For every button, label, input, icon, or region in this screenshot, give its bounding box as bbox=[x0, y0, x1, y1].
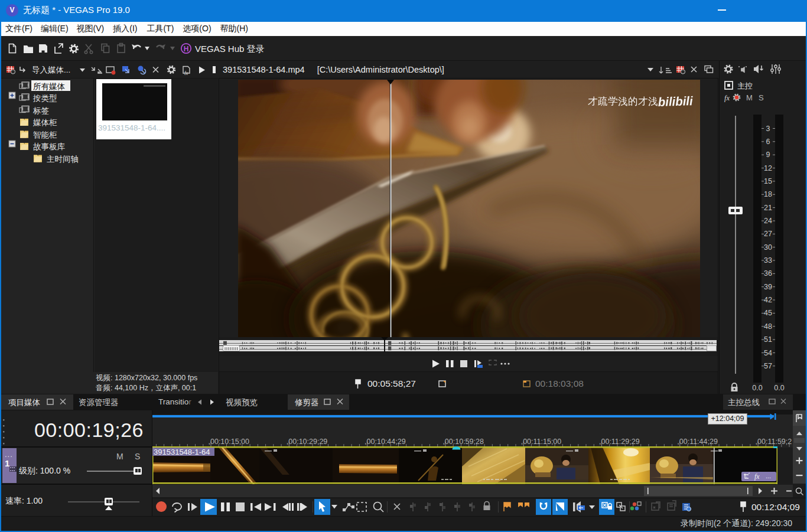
svg-text:,00:11:44;29: ,00:11:44;29 bbox=[677, 438, 718, 446]
svg-text:,00:10:44;29: ,00:10:44;29 bbox=[365, 438, 406, 446]
svg-text:391531548-1-64: 391531548-1-64 bbox=[154, 448, 210, 456]
svg-text:,00:10:15;00: ,00:10:15;00 bbox=[209, 438, 250, 446]
svg-text:fx: fx bbox=[754, 472, 760, 481]
svg-text:...: ... bbox=[766, 472, 771, 479]
svg-text:,00:11:15;00: ,00:11:15;00 bbox=[521, 438, 562, 446]
svg-text:,00:10:59;28: ,00:10:59;28 bbox=[442, 438, 484, 446]
svg-text:,00:11:59;2: ,00:11:59;2 bbox=[756, 438, 792, 446]
svg-text:,00:11:29;29: ,00:11:29;29 bbox=[599, 438, 640, 446]
svg-text:,00:10:29;29: ,00:10:29;29 bbox=[287, 438, 328, 446]
